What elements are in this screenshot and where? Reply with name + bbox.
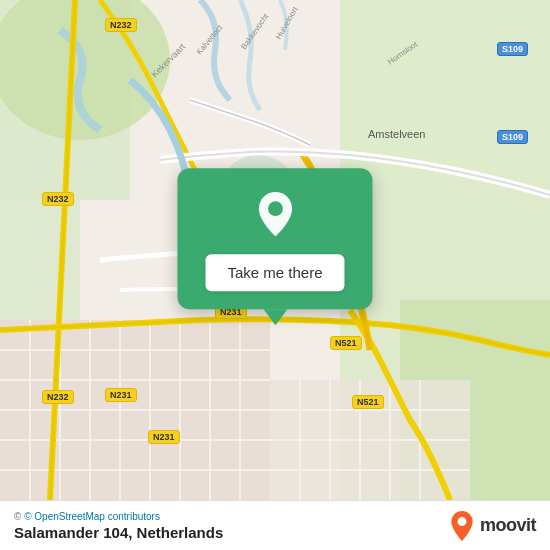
- osm-link[interactable]: © OpenStreetMap contributors: [24, 511, 160, 522]
- osm-credit: © © OpenStreetMap contributors: [14, 511, 223, 522]
- bottom-bar: © © OpenStreetMap contributors Salamande…: [0, 500, 550, 550]
- road-badge-n232-top: N232: [105, 18, 137, 32]
- svg-text:Amstelveen: Amstelveen: [368, 128, 425, 140]
- popup-bubble: Take me there: [177, 168, 372, 309]
- location-pin-icon: [251, 190, 299, 238]
- take-me-there-button[interactable]: Take me there: [205, 254, 344, 291]
- road-badge-n521-mid: N521: [330, 336, 362, 350]
- moovit-pin-icon: [448, 510, 476, 542]
- map-container: Kekervaart Kalvertoct Bakkevocht Huivelo…: [0, 0, 550, 500]
- osm-copyright: ©: [14, 511, 24, 522]
- moovit-text: moovit: [480, 515, 536, 536]
- road-badge-n232-bot: N232: [42, 390, 74, 404]
- road-badge-n231-bot: N231: [105, 388, 137, 402]
- road-badge-n231-bot2: N231: [148, 430, 180, 444]
- road-badge-n232-mid: N232: [42, 192, 74, 206]
- road-badge-s109-top: S109: [497, 42, 528, 56]
- svg-rect-2: [0, 200, 80, 320]
- popup-overlay: Take me there: [177, 168, 372, 309]
- road-badge-s109-mid: S109: [497, 130, 528, 144]
- location-label: Salamander 104, Netherlands: [14, 524, 223, 541]
- svg-point-38: [458, 517, 467, 526]
- svg-point-37: [268, 201, 283, 216]
- bottom-left-info: © © OpenStreetMap contributors Salamande…: [14, 511, 223, 541]
- road-badge-n521-bot: N521: [352, 395, 384, 409]
- svg-rect-4: [340, 0, 550, 180]
- moovit-logo: moovit: [448, 510, 536, 542]
